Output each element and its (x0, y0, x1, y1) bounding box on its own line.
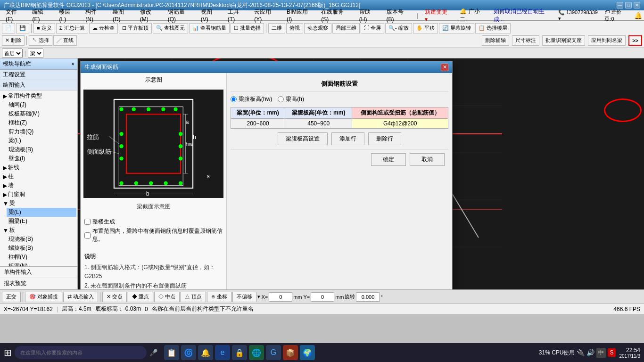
menu-tools[interactable]: 工具(T) (224, 7, 249, 24)
tree-item-column-group[interactable]: ▶柱 (1, 172, 76, 181)
tree-item-wall-group[interactable]: ▶墙 (1, 181, 76, 190)
tree-item-beam-l[interactable]: 梁(L) (7, 208, 76, 217)
select-layer-btn[interactable]: 📋 选择楼层 (475, 23, 511, 33)
rebar-input[interactable] (355, 120, 445, 127)
dialog-close-btn[interactable]: ✕ (441, 64, 448, 71)
floor-select[interactable]: 首层 (2, 49, 23, 58)
menu-draw[interactable]: 绘图(D) (109, 7, 135, 24)
menu-file[interactable]: 文件(F) (2, 7, 27, 24)
more-btn[interactable]: >> (628, 35, 642, 46)
tree-item-slab-foundation[interactable]: 板板基础(M) (7, 109, 76, 118)
tree-item-ring-beam[interactable]: 圈梁(E) (7, 217, 76, 226)
taskbar-app-6[interactable]: 📦 (283, 345, 298, 360)
taskbar-app-g[interactable]: G (266, 345, 281, 360)
tree-item-beam[interactable]: 梁(L) (7, 136, 76, 145)
level-top-btn[interactable]: ⊟ 平齐板顶 (119, 23, 152, 33)
taskbar-app-5[interactable]: 🌐 (249, 345, 264, 360)
add-row-btn[interactable]: 添加行 (331, 132, 364, 145)
tree-item-col-cap[interactable]: 柱帽(V) (7, 253, 76, 262)
notify-bell[interactable]: 🔔 (634, 12, 642, 19)
pan-btn[interactable]: ✋ 平移 (413, 23, 438, 33)
radio-hw[interactable] (231, 96, 237, 102)
find-elem-btn[interactable]: 🔍 查找图元 (153, 23, 188, 33)
no-offset-btn[interactable]: 不偏移 (232, 292, 256, 302)
x-input[interactable] (269, 292, 292, 302)
vertex-btn[interactable]: △ 顶点 (181, 292, 206, 302)
menu-newchange[interactable]: 新建变更 ▾ (421, 7, 455, 24)
tree-item-slab-hole[interactable]: 板洞(N) (7, 262, 76, 266)
fullscreen-btn[interactable]: ⛶ 全屏 (361, 23, 384, 33)
zoom-out-btn[interactable]: 🔍- 缩放 (385, 23, 412, 33)
coord-btn[interactable]: ⊕ 坐标 (207, 292, 231, 302)
menu-rebar[interactable]: 钢筋量(Q) (164, 7, 196, 24)
section-drawing[interactable]: 绘图输入 (0, 80, 77, 90)
menu-online[interactable]: 在线服务(S) (317, 7, 355, 24)
batch-id-btn[interactable]: 批量识别梁支座 (542, 35, 585, 46)
dim-mark-btn[interactable]: 尺寸标注 (512, 35, 539, 46)
object-snap-btn[interactable]: 🎯 对象捕捉 (25, 292, 62, 302)
sound-icon[interactable]: 🔊 (586, 349, 594, 356)
delete-btn[interactable]: ✕ 删除 (2, 35, 25, 46)
taskbar-app-3[interactable]: 🔔 (198, 345, 213, 360)
maximize-btn[interactable]: □ (625, 2, 632, 8)
orthogonal-btn[interactable]: 正交 (2, 292, 21, 302)
menu-bim[interactable]: BIM应用(I) (283, 7, 316, 24)
tree-item-cast-slab-b[interactable]: 现浇板(B) (7, 235, 76, 244)
delete-row-btn[interactable]: 删除行 (368, 132, 401, 145)
define-btn[interactable]: ■ 定义 (33, 23, 55, 33)
menu-help[interactable]: 帮助(H) (355, 7, 382, 24)
radio-h[interactable] (278, 96, 284, 102)
select-btn[interactable]: ↖ 选择 (29, 35, 52, 46)
single-part-input[interactable]: 单构件输入 (0, 267, 77, 278)
line-btn[interactable]: ╱ 直线 (53, 35, 77, 46)
section-engineering[interactable]: 工程设置 (0, 70, 77, 80)
sum-btn[interactable]: Σ 汇总计算 (56, 23, 88, 33)
confirm-btn[interactable]: 确定 (371, 153, 406, 166)
taskbar-app-4[interactable]: 🔒 (232, 345, 247, 360)
tree-item-beam-group[interactable]: ▼梁 (1, 199, 76, 208)
taskbar-search[interactable] (15, 346, 147, 359)
cloud-check-btn[interactable]: ☁ 云检查 (89, 23, 118, 33)
midpoint-btn[interactable]: ◆ 重点 (128, 292, 153, 302)
intersection-btn[interactable]: ✕ 交点 (102, 292, 127, 302)
menu-cloud[interactable]: 云应用(Y) (250, 7, 282, 24)
taskbar-app-1[interactable]: 📋 (164, 345, 179, 360)
apply-same-btn[interactable]: 应用到同名梁 (588, 35, 626, 46)
minimize-btn[interactable]: — (617, 2, 623, 8)
taskbar-app-7[interactable]: 🌍 (300, 345, 315, 360)
tree-item-common[interactable]: ▶常用构件类型 (1, 91, 76, 100)
center-btn[interactable]: ◇ 中点 (154, 292, 180, 302)
tree-item-axis-group[interactable]: ▶轴线 (1, 163, 76, 172)
rotate-input[interactable] (356, 292, 380, 302)
2d-btn[interactable]: 二维 (268, 23, 285, 33)
rotate-btn[interactable]: 🔄 屏幕旋转 (439, 23, 474, 33)
tree-item-shear-wall[interactable]: 剪力墙(Q) (7, 127, 76, 136)
cell-rebar-value[interactable] (352, 119, 448, 129)
batch-select-btn[interactable]: ☐ 批量选择 (231, 23, 264, 33)
tree-item-slab-group[interactable]: ▼板 (1, 226, 76, 235)
dialog[interactable]: 生成侧面钢筋 ✕ 示意图 (80, 61, 453, 289)
start-button[interactable]: ⊞ (4, 347, 12, 358)
tree-item-column[interactable]: 框柱(Z) (7, 118, 76, 127)
local-3d-btn[interactable]: 局部三维 (332, 23, 360, 33)
menu-modify[interactable]: 修改(M) (136, 7, 163, 24)
menu-version[interactable]: 版本号(B) (383, 7, 414, 24)
taskbar-mic-icon[interactable]: 🎤 (149, 349, 157, 356)
component-select[interactable]: 梁 (28, 49, 43, 58)
menu-view[interactable]: 视图(V) (197, 7, 223, 24)
sogou-icon[interactable]: S (608, 348, 615, 357)
whole-floor-checkbox[interactable] (84, 219, 91, 225)
close-btn[interactable]: ✕ (634, 2, 640, 8)
network-icon[interactable]: 🔌 (577, 349, 585, 356)
menu-floor[interactable]: 楼层(L) (55, 7, 81, 24)
save-btn[interactable]: 💾 (16, 23, 29, 33)
tree-item-spiral-slab[interactable]: 螺旋板(B) (7, 244, 76, 253)
view-rebar-btn[interactable]: 📊 查看钢筋量 (189, 23, 230, 33)
tree-item-cast-slab[interactable]: 现浇板(B) (7, 145, 76, 154)
cancel-btn[interactable]: 取消 (410, 153, 445, 166)
tree-item-axis[interactable]: 轴网(J) (7, 100, 76, 109)
menu-edit[interactable]: 编辑(E) (28, 7, 54, 24)
delete-aux-btn[interactable]: 删除辅轴 (482, 35, 509, 46)
y-input[interactable] (311, 292, 334, 302)
tree-item-opening-group[interactable]: ▶门窗洞 (1, 190, 76, 199)
